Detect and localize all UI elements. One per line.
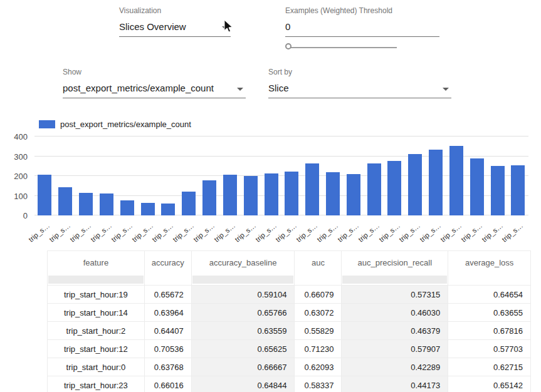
column-header[interactable]: accuracy_baseline (191, 251, 295, 275)
bar[interactable] (449, 146, 463, 215)
metric-cell: 0.65766 (191, 304, 295, 322)
visualization-dropdown[interactable]: Slices Overview (119, 19, 231, 37)
bar[interactable] (367, 163, 381, 215)
metric-cell: 0.46379 (342, 322, 448, 340)
filter-box[interactable] (449, 276, 530, 284)
bar-slot (302, 137, 323, 215)
metrics-table: featureaccuracyaccuracy_baselineaucauc_p… (47, 250, 531, 392)
bar[interactable] (141, 203, 155, 215)
feature-cell: trip_start_hour:0 (48, 358, 145, 376)
bar[interactable] (347, 174, 360, 215)
column-header[interactable]: auc_precision_recall (342, 251, 448, 275)
table-row[interactable]: trip_start_hour:20.644070.635590.558290.… (48, 322, 531, 340)
table-row[interactable]: trip_start_hour:230.660160.648440.583370… (48, 376, 531, 392)
bar-slot (323, 137, 344, 215)
x-axis-labels: trip_s…trip_s…trip_s…trip_s…trip_s…trip_… (34, 218, 528, 243)
metric-cell: 0.64654 (448, 286, 531, 304)
bar-series (34, 137, 528, 215)
sort-by-value: Slice (268, 83, 289, 93)
sort-by-dropdown[interactable]: Slice (268, 81, 451, 98)
bar-slot (117, 137, 137, 215)
metric-cell: 0.63964 (144, 304, 191, 322)
sort-by-label: Sort by (268, 68, 451, 76)
threshold-control: Examples (Weighted) Threshold (285, 6, 439, 37)
bar-slot (446, 137, 467, 215)
bar[interactable] (38, 175, 51, 215)
bar[interactable] (79, 193, 93, 215)
legend-label: post_export_metrics/example_count (60, 120, 191, 129)
metric-cell: 0.70536 (144, 340, 191, 358)
metric-cell: 0.63655 (448, 304, 531, 322)
bar-slot (179, 137, 199, 215)
bar[interactable] (244, 176, 258, 215)
y-tick-label: 300 (14, 152, 28, 161)
table-row[interactable]: trip_start_hour:00.637680.666670.620930.… (48, 358, 531, 376)
show-dropdown[interactable]: post_export_metrics/example_count (63, 81, 246, 98)
chevron-down-icon[interactable] (443, 88, 449, 91)
bar[interactable] (223, 175, 237, 215)
metric-cell: 0.63768 (144, 358, 191, 376)
bar[interactable] (285, 172, 298, 215)
metric-cell: 0.67816 (448, 322, 531, 340)
metric-cell: 0.62715 (448, 358, 531, 376)
bar[interactable] (305, 163, 319, 215)
column-header[interactable]: average_loss (448, 251, 531, 275)
bar[interactable] (202, 180, 216, 215)
column-header[interactable]: feature (48, 251, 145, 275)
bar-slot (281, 137, 302, 215)
slider-track[interactable] (289, 47, 397, 48)
filter-box[interactable] (48, 276, 144, 284)
filter-box[interactable] (192, 276, 294, 284)
metric-cell: 0.66667 (191, 358, 295, 376)
bar-slot (34, 137, 55, 215)
column-header[interactable]: auc (295, 251, 342, 275)
threshold-input[interactable] (285, 19, 439, 37)
slider-thumb-icon[interactable] (285, 43, 292, 49)
bar-slot (219, 137, 240, 215)
bar-slot (508, 137, 528, 215)
feature-cell: trip_start_hour:12 (48, 340, 145, 358)
filter-box[interactable] (342, 276, 447, 284)
threshold-slider[interactable] (285, 43, 397, 53)
bar[interactable] (511, 165, 525, 215)
metric-cell: 0.63072 (295, 304, 342, 322)
threshold-label: Examples (Weighted) Threshold (285, 6, 439, 15)
metric-cell: 0.55829 (295, 322, 342, 340)
bar[interactable] (58, 187, 72, 215)
bar[interactable] (387, 161, 401, 215)
x-label-slot: trip_s… (508, 218, 528, 243)
bar[interactable] (491, 166, 505, 215)
chevron-down-icon[interactable] (237, 88, 243, 91)
chevron-down-icon[interactable] (222, 26, 228, 29)
bar-slot (426, 137, 446, 215)
table-row[interactable]: trip_start_hour:190.656720.591040.660790… (48, 286, 531, 304)
filter-box[interactable] (145, 276, 191, 284)
metric-cell: 0.63559 (191, 322, 295, 340)
bar[interactable] (265, 173, 278, 215)
metric-cell: 0.66016 (144, 376, 191, 392)
bar-chart: 0100200300400 trip_s…trip_s…trip_s…trip_… (0, 133, 541, 243)
visualization-label: Visualization (119, 6, 231, 15)
bar-slot (487, 137, 508, 215)
metric-cell: 0.71230 (295, 340, 342, 358)
bar[interactable] (470, 158, 484, 215)
feature-cell: trip_start_hour:23 (48, 376, 145, 392)
metric-cell: 0.42289 (342, 358, 448, 376)
table-row[interactable]: trip_start_hour:140.639640.657660.630720… (48, 304, 531, 322)
bar-slot (261, 137, 281, 215)
metric-cell: 0.58337 (295, 376, 342, 392)
bar[interactable] (161, 204, 175, 215)
filter-box[interactable] (295, 276, 340, 284)
metric-cell: 0.57703 (448, 340, 531, 358)
metric-cell: 0.62093 (295, 358, 342, 376)
bar[interactable] (182, 192, 196, 215)
bar[interactable] (408, 154, 422, 215)
column-header[interactable]: accuracy (144, 251, 191, 275)
bar-slot (405, 137, 426, 215)
bar[interactable] (100, 193, 113, 215)
table-row[interactable]: trip_start_hour:120.705360.656250.712300… (48, 340, 531, 358)
visualization-value: Slices Overview (119, 21, 186, 32)
bar[interactable] (326, 172, 340, 215)
bar[interactable] (429, 150, 443, 215)
bar[interactable] (120, 200, 134, 215)
